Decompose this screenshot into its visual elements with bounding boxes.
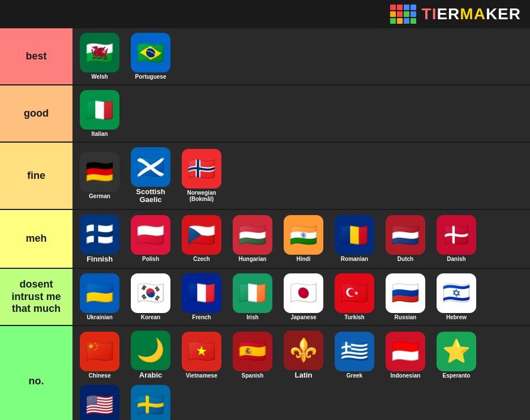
- flag-item-greek[interactable]: 🇬🇷Greek: [330, 329, 379, 381]
- flag-item-norwegian[interactable]: 🇳🇴Norwegian (Bokmål): [177, 147, 226, 204]
- flag-label-hungarian: Hungarian: [238, 256, 266, 262]
- flag-icon-scottish_gaelic: 🏴󠁧󠁢󠁳󠁣󠁴󠁿: [131, 147, 170, 187]
- flag-item-czech[interactable]: 🇨🇿Czech: [177, 213, 226, 264]
- logo-dot: [411, 5, 416, 10]
- flag-item-finnish[interactable]: 🇫🇮Finnish: [75, 212, 125, 265]
- flag-icon-french: 🇫🇷: [182, 273, 221, 313]
- tier-items-no: 🇨🇳Chinese🌙Arabic🇻🇳Vietnamese🇪🇸Spanish⚜️L…: [72, 326, 530, 420]
- flag-item-vietnamese[interactable]: 🇻🇳Vietnamese: [177, 329, 226, 381]
- flag-label-indonesian: Indonesian: [391, 372, 421, 379]
- tier-row-best: best🏴󠁧󠁢󠁷󠁬󠁳󠁿Welsh🇧🇷Portuguese: [0, 28, 530, 85]
- flag-item-ukrainian[interactable]: 🇺🇦Ukrainian: [75, 271, 125, 323]
- flag-item-korean[interactable]: 🇰🇷Korean: [126, 271, 176, 323]
- flag-icon-korean: 🇰🇷: [131, 273, 170, 313]
- logo-grid-icon: [390, 5, 416, 24]
- tier-label-no: no.: [0, 326, 72, 420]
- flag-item-french[interactable]: 🇫🇷French: [177, 271, 226, 323]
- flag-icon-danish: 🇩🇰: [437, 215, 476, 255]
- flag-icon-irish: 🇮🇪: [233, 273, 272, 313]
- flag-icon-german: 🇩🇪: [80, 152, 119, 192]
- tier-label-meh: meh: [0, 210, 72, 268]
- flag-label-spanish: Spanish: [242, 372, 264, 379]
- tier-label-good: good: [0, 85, 72, 142]
- flag-label-japanese: Japanese: [290, 314, 317, 320]
- flag-item-latin[interactable]: ⚜️Latin: [279, 328, 328, 382]
- flag-label-chinese: Chinese: [89, 372, 111, 379]
- tier-row-meh: meh🇫🇮Finnish🇵🇱Polish🇨🇿Czech🇭🇺Hungarian🇮🇳…: [0, 210, 530, 269]
- flag-label-latin: Latin: [294, 371, 312, 379]
- tier-row-good: good🇮🇹Italian: [0, 85, 530, 143]
- logo-dot: [390, 11, 396, 17]
- tier-label-fine: fine: [0, 143, 72, 209]
- flag-item-japanese[interactable]: 🇯🇵Japanese: [279, 271, 328, 323]
- flag-icon-norwegian: 🇳🇴: [182, 149, 221, 188]
- flag-item-scottish_gaelic[interactable]: 🏴󠁧󠁢󠁳󠁣󠁴󠁿Scottish Gaelic: [126, 145, 176, 207]
- flag-label-french: French: [192, 314, 211, 320]
- flag-label-italian: Italian: [92, 131, 108, 137]
- flag-icon-japanese: 🇯🇵: [284, 273, 323, 313]
- flag-label-hebrew: Hebrew: [446, 314, 467, 320]
- flag-icon-hindi: 🇮🇳: [284, 215, 323, 255]
- flag-item-esperanto[interactable]: ⭐Esperanto: [431, 329, 481, 381]
- flag-icon-swedish: 🇸🇪: [131, 385, 170, 420]
- flag-label-arabic: Arabic: [139, 371, 162, 379]
- logo-dot: [397, 11, 403, 17]
- tier-label-dosent: dosent intrust me that much: [0, 269, 72, 325]
- header: TiERMAKER: [0, 0, 530, 28]
- flag-icon-czech: 🇨🇿: [182, 215, 221, 255]
- logo-text: TiERMAKER: [422, 5, 521, 23]
- flag-item-hindi[interactable]: 🇮🇳Hindi: [279, 213, 328, 264]
- flag-icon-ukrainian: 🇺🇦: [80, 273, 119, 313]
- tier-items-fine: 🇩🇪German🏴󠁧󠁢󠁳󠁣󠁴󠁿Scottish Gaelic🇳🇴Norwegia…: [72, 143, 530, 209]
- flag-item-danish[interactable]: 🇩🇰Danish: [431, 213, 481, 264]
- flag-icon-italian: 🇮🇹: [80, 90, 119, 130]
- flag-item-chinese[interactable]: 🇨🇳Chinese: [75, 329, 125, 381]
- flag-label-korean: Korean: [141, 314, 160, 320]
- tier-row-fine: fine🇩🇪German🏴󠁧󠁢󠁳󠁣󠁴󠁿Scottish Gaelic🇳🇴Norw…: [0, 143, 530, 210]
- logo-dot: [411, 11, 416, 17]
- flag-icon-dutch: 🇳🇱: [386, 215, 425, 255]
- flag-item-english[interactable]: 🇺🇸English: [75, 383, 125, 420]
- flag-item-russian[interactable]: 🇷🇺Russian: [381, 271, 430, 323]
- flag-icon-spanish: 🇪🇸: [233, 332, 272, 371]
- flag-item-irish[interactable]: 🇮🇪Irish: [228, 271, 277, 323]
- tiermaker-logo: TiERMAKER: [390, 5, 521, 24]
- flag-item-dutch[interactable]: 🇳🇱Dutch: [381, 213, 430, 264]
- logo-dot: [390, 18, 396, 24]
- flag-label-norwegian: Norwegian (Bokmål): [179, 190, 224, 202]
- flag-label-russian: Russian: [395, 314, 417, 320]
- flag-item-hungarian[interactable]: 🇭🇺Hungarian: [228, 213, 277, 264]
- flag-icon-greek: 🇬🇷: [335, 332, 374, 371]
- flag-item-german[interactable]: 🇩🇪German: [75, 150, 125, 202]
- flag-icon-finnish: 🇫🇮: [80, 215, 119, 254]
- flag-item-hebrew[interactable]: 🇮🇱Hebrew: [431, 271, 481, 323]
- flag-icon-hungarian: 🇭🇺: [233, 215, 272, 255]
- flag-label-dutch: Dutch: [398, 256, 413, 262]
- flag-item-portuguese[interactable]: 🇧🇷Portuguese: [126, 31, 176, 82]
- logo-dot: [411, 18, 416, 24]
- flag-item-italian[interactable]: 🇮🇹Italian: [75, 88, 125, 139]
- flag-icon-russian: 🇷🇺: [386, 273, 425, 313]
- flag-item-polish[interactable]: 🇵🇱Polish: [126, 213, 176, 264]
- flag-item-arabic[interactable]: 🌙Arabic: [126, 328, 176, 382]
- flag-icon-chinese: 🇨🇳: [80, 332, 119, 371]
- flag-label-esperanto: Esperanto: [443, 372, 471, 379]
- flag-icon-portuguese: 🇧🇷: [131, 33, 170, 72]
- flag-icon-arabic: 🌙: [131, 331, 170, 370]
- flag-item-swedish[interactable]: 🇸🇪Swedish: [126, 383, 176, 420]
- flag-item-turkish[interactable]: 🇹🇷Turkish: [330, 271, 379, 323]
- tier-items-dosent: 🇺🇦Ukrainian🇰🇷Korean🇫🇷French🇮🇪Irish🇯🇵Japa…: [72, 269, 530, 325]
- logo-dot: [390, 5, 396, 10]
- flag-label-irish: Irish: [246, 314, 258, 320]
- flag-icon-vietnamese: 🇻🇳: [182, 332, 221, 371]
- flag-icon-turkish: 🇹🇷: [335, 273, 374, 313]
- flag-item-romanian[interactable]: 🇷🇴Romanian: [330, 213, 379, 264]
- flag-item-indonesian[interactable]: 🇮🇩Indonesian: [381, 329, 430, 381]
- tier-list: best🏴󠁧󠁢󠁷󠁬󠁳󠁿Welsh🇧🇷Portuguesegood🇮🇹Italia…: [0, 28, 530, 420]
- flag-item-spanish[interactable]: 🇪🇸Spanish: [228, 329, 277, 381]
- flag-icon-polish: 🇵🇱: [131, 215, 170, 255]
- flag-icon-indonesian: 🇮🇩: [386, 332, 425, 371]
- logo-dot: [404, 18, 409, 24]
- flag-item-welsh[interactable]: 🏴󠁧󠁢󠁷󠁬󠁳󠁿Welsh: [75, 31, 125, 82]
- flag-label-hindi: Hindi: [297, 256, 311, 262]
